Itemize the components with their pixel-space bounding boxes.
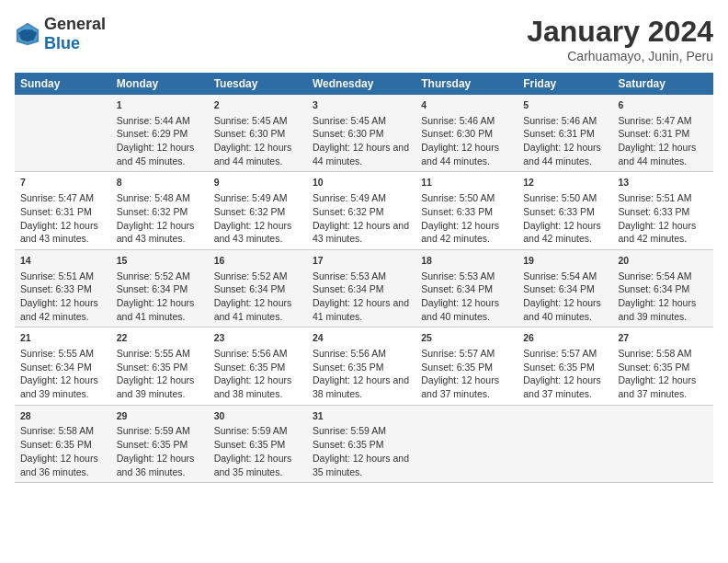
sunset: Sunset: 6:35 PM bbox=[214, 439, 286, 450]
sunset: Sunset: 6:30 PM bbox=[421, 128, 493, 139]
cell-3-6: 27Sunrise: 5:58 AMSunset: 6:35 PMDayligh… bbox=[613, 327, 713, 405]
cell-3-5: 26Sunrise: 5:57 AMSunset: 6:35 PMDayligh… bbox=[518, 327, 612, 405]
cell-4-6 bbox=[613, 405, 713, 482]
sunrise: Sunrise: 5:47 AM bbox=[20, 192, 94, 203]
header: General Blue January 2024 Carhuamayo, Ju… bbox=[15, 15, 713, 63]
cell-4-2: 30Sunrise: 5:59 AMSunset: 6:35 PMDayligh… bbox=[209, 405, 307, 482]
sunrise: Sunrise: 5:57 AM bbox=[421, 348, 495, 359]
header-row: Sunday Monday Tuesday Wednesday Thursday… bbox=[15, 73, 713, 95]
day-number: 29 bbox=[117, 409, 203, 423]
cell-4-1: 29Sunrise: 5:59 AMSunset: 6:35 PMDayligh… bbox=[111, 405, 209, 482]
daylight: Daylight: 12 hours and 44 minutes. bbox=[214, 142, 292, 167]
day-number: 28 bbox=[20, 409, 106, 423]
cell-0-5: 5Sunrise: 5:46 AMSunset: 6:31 PMDaylight… bbox=[518, 95, 612, 172]
cell-4-0: 28Sunrise: 5:58 AMSunset: 6:35 PMDayligh… bbox=[15, 405, 111, 482]
header-thursday: Thursday bbox=[415, 73, 518, 95]
week-row-0: 1Sunrise: 5:44 AMSunset: 6:29 PMDaylight… bbox=[15, 95, 713, 172]
daylight: Daylight: 12 hours and 38 minutes. bbox=[313, 374, 409, 399]
daylight: Daylight: 12 hours and 43 minutes. bbox=[313, 220, 409, 245]
main-title: January 2024 bbox=[527, 15, 713, 49]
daylight: Daylight: 12 hours and 36 minutes. bbox=[117, 453, 195, 477]
cell-0-0 bbox=[15, 95, 111, 172]
cell-2-0: 14Sunrise: 5:51 AMSunset: 6:33 PMDayligh… bbox=[15, 249, 111, 327]
cell-1-2: 9Sunrise: 5:49 AMSunset: 6:32 PMDaylight… bbox=[209, 172, 307, 249]
sunrise: Sunrise: 5:48 AM bbox=[117, 192, 190, 203]
sunrise: Sunrise: 5:58 AM bbox=[619, 348, 692, 359]
day-number: 4 bbox=[421, 98, 512, 112]
day-number: 5 bbox=[523, 98, 607, 112]
day-number: 6 bbox=[619, 98, 708, 112]
sunrise: Sunrise: 5:51 AM bbox=[619, 192, 692, 203]
daylight: Daylight: 12 hours and 42 minutes. bbox=[523, 220, 601, 245]
sunset: Sunset: 6:35 PM bbox=[117, 439, 188, 450]
daylight: Daylight: 12 hours and 38 minutes. bbox=[214, 374, 292, 399]
day-number: 18 bbox=[421, 254, 512, 268]
sunset: Sunset: 6:34 PM bbox=[313, 283, 384, 294]
daylight: Daylight: 12 hours and 41 minutes. bbox=[313, 297, 409, 322]
sunset: Sunset: 6:31 PM bbox=[20, 206, 92, 217]
sunrise: Sunrise: 5:50 AM bbox=[421, 192, 495, 203]
daylight: Daylight: 12 hours and 36 minutes. bbox=[20, 453, 98, 477]
sunset: Sunset: 6:31 PM bbox=[619, 128, 690, 139]
sunset: Sunset: 6:34 PM bbox=[421, 283, 493, 294]
sunrise: Sunrise: 5:46 AM bbox=[523, 115, 597, 126]
daylight: Daylight: 12 hours and 40 minutes. bbox=[523, 297, 601, 322]
daylight: Daylight: 12 hours and 35 minutes. bbox=[313, 453, 409, 477]
day-number: 14 bbox=[20, 254, 106, 268]
sunrise: Sunrise: 5:56 AM bbox=[214, 348, 288, 359]
cell-0-6: 6Sunrise: 5:47 AMSunset: 6:31 PMDaylight… bbox=[613, 95, 713, 172]
sunrise: Sunrise: 5:46 AM bbox=[421, 115, 495, 126]
daylight: Daylight: 12 hours and 35 minutes. bbox=[214, 453, 292, 477]
day-number: 13 bbox=[619, 176, 708, 190]
daylight: Daylight: 12 hours and 39 minutes. bbox=[117, 374, 195, 399]
day-number: 26 bbox=[523, 331, 607, 345]
cell-2-5: 19Sunrise: 5:54 AMSunset: 6:34 PMDayligh… bbox=[518, 249, 612, 327]
sunrise: Sunrise: 5:49 AM bbox=[214, 192, 288, 203]
sunrise: Sunrise: 5:57 AM bbox=[523, 348, 597, 359]
header-wednesday: Wednesday bbox=[307, 73, 415, 95]
sunrise: Sunrise: 5:53 AM bbox=[421, 270, 495, 282]
sunset: Sunset: 6:31 PM bbox=[523, 128, 595, 139]
day-number: 25 bbox=[421, 331, 512, 345]
cell-3-4: 25Sunrise: 5:57 AMSunset: 6:35 PMDayligh… bbox=[415, 327, 518, 405]
cell-1-6: 13Sunrise: 5:51 AMSunset: 6:33 PMDayligh… bbox=[613, 172, 713, 249]
day-number: 12 bbox=[523, 176, 607, 190]
sunset: Sunset: 6:35 PM bbox=[214, 362, 286, 373]
sunset: Sunset: 6:34 PM bbox=[117, 283, 188, 294]
header-friday: Friday bbox=[518, 73, 612, 95]
sunrise: Sunrise: 5:47 AM bbox=[619, 115, 692, 126]
daylight: Daylight: 12 hours and 37 minutes. bbox=[619, 374, 697, 399]
sunrise: Sunrise: 5:45 AM bbox=[214, 115, 288, 126]
daylight: Daylight: 12 hours and 43 minutes. bbox=[214, 220, 292, 245]
sunset: Sunset: 6:29 PM bbox=[117, 128, 188, 139]
sunset: Sunset: 6:35 PM bbox=[619, 362, 690, 373]
sunset: Sunset: 6:34 PM bbox=[523, 283, 595, 294]
sunset: Sunset: 6:35 PM bbox=[313, 439, 384, 450]
sunrise: Sunrise: 5:52 AM bbox=[117, 270, 190, 282]
sunrise: Sunrise: 5:55 AM bbox=[20, 348, 94, 359]
sunrise: Sunrise: 5:59 AM bbox=[117, 425, 190, 436]
day-number: 3 bbox=[313, 98, 410, 112]
sunrise: Sunrise: 5:59 AM bbox=[214, 425, 288, 436]
cell-2-3: 17Sunrise: 5:53 AMSunset: 6:34 PMDayligh… bbox=[307, 249, 415, 327]
cell-4-5 bbox=[518, 405, 612, 482]
sunset: Sunset: 6:33 PM bbox=[20, 283, 92, 294]
daylight: Daylight: 12 hours and 44 minutes. bbox=[523, 142, 601, 167]
daylight: Daylight: 12 hours and 42 minutes. bbox=[619, 220, 697, 245]
day-number: 31 bbox=[313, 409, 410, 423]
day-number: 15 bbox=[117, 254, 203, 268]
sunrise: Sunrise: 5:45 AM bbox=[313, 115, 386, 126]
day-number: 16 bbox=[214, 254, 301, 268]
week-row-1: 7Sunrise: 5:47 AMSunset: 6:31 PMDaylight… bbox=[15, 172, 713, 249]
day-number: 27 bbox=[619, 331, 708, 345]
daylight: Daylight: 12 hours and 43 minutes. bbox=[20, 220, 98, 245]
sunset: Sunset: 6:33 PM bbox=[421, 206, 493, 217]
cell-1-1: 8Sunrise: 5:48 AMSunset: 6:32 PMDaylight… bbox=[111, 172, 209, 249]
sunrise: Sunrise: 5:55 AM bbox=[117, 348, 190, 359]
week-row-3: 21Sunrise: 5:55 AMSunset: 6:34 PMDayligh… bbox=[15, 327, 713, 405]
sunset: Sunset: 6:35 PM bbox=[117, 362, 188, 373]
sunrise: Sunrise: 5:56 AM bbox=[313, 348, 386, 359]
daylight: Daylight: 12 hours and 43 minutes. bbox=[117, 220, 195, 245]
sunrise: Sunrise: 5:58 AM bbox=[20, 425, 94, 436]
sunset: Sunset: 6:34 PM bbox=[214, 283, 286, 294]
